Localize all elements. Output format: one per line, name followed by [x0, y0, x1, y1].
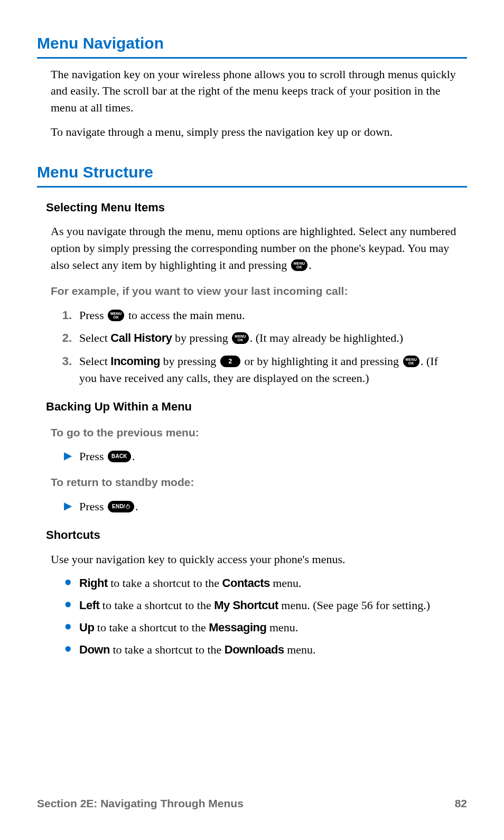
text: to take a shortcut to the: [94, 621, 209, 634]
bullet-item: ● Left to take a shortcut to the My Shor…: [51, 597, 453, 614]
paragraph: The navigation key on your wireless phon…: [51, 66, 467, 117]
paragraph: Use your navigation key to quickly acces…: [51, 551, 467, 568]
steps-list: 1. Press MENUOK to access the main menu.…: [51, 307, 453, 387]
bullet-item: ● Up to take a shortcut to the Messaging…: [51, 619, 453, 636]
bold-term: Up: [79, 621, 94, 634]
item-body: Down to take a shortcut to the Downloads…: [79, 641, 453, 658]
icon-label: MENU: [235, 334, 246, 338]
menu-ok-key-icon: MENUOK: [108, 310, 124, 321]
subheading-shortcuts: Shortcuts: [46, 527, 467, 544]
text: menu.: [284, 643, 316, 656]
text: menu.: [266, 621, 298, 634]
text: Select: [79, 354, 110, 368]
text: by pressing: [172, 331, 231, 344]
icon-label: OK: [238, 338, 244, 342]
step-number: 3.: [51, 353, 79, 387]
footer-page-number: 82: [455, 796, 467, 811]
icon-label: OK: [296, 265, 302, 269]
step-body: Press MENUOK to access the main menu.: [79, 307, 453, 324]
bullet-item: ● Right to take a shortcut to the Contac…: [51, 575, 453, 592]
icon-label: MENU: [294, 262, 305, 265]
text: by pressing: [160, 354, 219, 368]
page-content: Menu Navigation The navigation key on yo…: [0, 0, 504, 658]
bold-term: Call History: [110, 331, 172, 344]
text: menu. (See page 56 for setting.): [278, 599, 430, 612]
paragraph: To navigate through a menu, simply press…: [51, 124, 467, 141]
text: .: [309, 258, 312, 272]
text: .: [135, 500, 138, 513]
arrow-list: ▶ Press BACK.: [51, 448, 453, 465]
step-item: 3. Select Incoming by pressing 2 or by h…: [51, 353, 453, 387]
example-lead: For example, if you want to view your la…: [51, 283, 467, 299]
bold-term: Incoming: [110, 354, 160, 368]
heading-menu-navigation: Menu Navigation: [37, 32, 467, 59]
icon-label: END/: [112, 504, 125, 509]
step-body: Select Incoming by pressing 2 or by high…: [79, 353, 453, 387]
bold-term: Right: [79, 576, 108, 590]
bullet-item: ● Down to take a shortcut to the Downloa…: [51, 641, 453, 658]
page-footer: Section 2E: Navigating Through Menus 82: [37, 796, 467, 811]
bullet-dot-icon: ●: [51, 641, 79, 658]
bullet-list: ● Right to take a shortcut to the Contac…: [51, 575, 453, 658]
menu-ok-key-icon: MENUOK: [232, 332, 248, 344]
text: Press: [79, 309, 107, 322]
text: to take a shortcut to the: [108, 576, 222, 590]
item-body: Right to take a shortcut to the Contacts…: [79, 575, 453, 592]
icon-label: OK: [408, 361, 414, 365]
text: . (It may already be highlighted.): [250, 331, 403, 344]
lead-standby-mode: To return to standby mode:: [51, 474, 467, 490]
step-number: 1.: [51, 307, 79, 324]
menu-ok-key-icon: MENUOK: [291, 259, 307, 271]
icon-label: OK: [113, 315, 119, 319]
step-number: 2.: [51, 330, 79, 347]
subheading-selecting-menu-items: Selecting Menu Items: [46, 199, 467, 216]
triangle-bullet-icon: ▶: [51, 498, 79, 515]
item-body: Press END/.: [79, 498, 453, 515]
bold-term: Left: [79, 599, 99, 612]
text: Press: [79, 500, 107, 513]
menu-ok-key-icon: MENUOK: [403, 356, 419, 367]
bold-term: Down: [79, 643, 110, 656]
text: or by highlighting it and pressing: [241, 354, 402, 368]
lead-previous-menu: To go to the previous menu:: [51, 425, 467, 441]
text: .: [132, 450, 135, 463]
icon-label: MENU: [406, 358, 417, 361]
text: Select: [79, 331, 110, 344]
end-power-key-icon: END/: [108, 501, 134, 512]
icon-label: MENU: [110, 312, 122, 315]
arrow-item: ▶ Press END/.: [51, 498, 453, 515]
arrow-item: ▶ Press BACK.: [51, 448, 453, 465]
bullet-dot-icon: ●: [51, 619, 79, 636]
power-symbol-icon: [126, 505, 130, 509]
back-key-icon: BACK: [108, 451, 131, 462]
text: Press: [79, 450, 107, 463]
item-body: Left to take a shortcut to the My Shortc…: [79, 597, 453, 614]
text: As you navigate through the menu, menu o…: [51, 225, 456, 272]
key-2-icon: 2: [220, 356, 240, 367]
paragraph: As you navigate through the menu, menu o…: [51, 223, 467, 274]
bold-term: Messaging: [209, 621, 266, 634]
bullet-dot-icon: ●: [51, 597, 79, 614]
text: to take a shortcut to the: [99, 599, 214, 612]
text: menu.: [270, 576, 302, 590]
bullet-dot-icon: ●: [51, 575, 79, 592]
triangle-bullet-icon: ▶: [51, 448, 79, 465]
step-item: 2. Select Call History by pressing MENUO…: [51, 330, 453, 347]
text: to access the main menu.: [125, 309, 245, 322]
arrow-list: ▶ Press END/.: [51, 498, 453, 515]
item-body: Up to take a shortcut to the Messaging m…: [79, 619, 453, 636]
step-item: 1. Press MENUOK to access the main menu.: [51, 307, 453, 324]
bold-term: My Shortcut: [214, 599, 278, 612]
bold-term: Contacts: [222, 576, 270, 590]
heading-menu-structure: Menu Structure: [37, 161, 467, 188]
bold-term: Downloads: [225, 643, 284, 656]
step-body: Select Call History by pressing MENUOK. …: [79, 330, 453, 347]
subheading-backing-up: Backing Up Within a Menu: [46, 398, 467, 415]
footer-section-title: Section 2E: Navigating Through Menus: [37, 796, 244, 811]
item-body: Press BACK.: [79, 448, 453, 465]
text: to take a shortcut to the: [110, 643, 225, 656]
